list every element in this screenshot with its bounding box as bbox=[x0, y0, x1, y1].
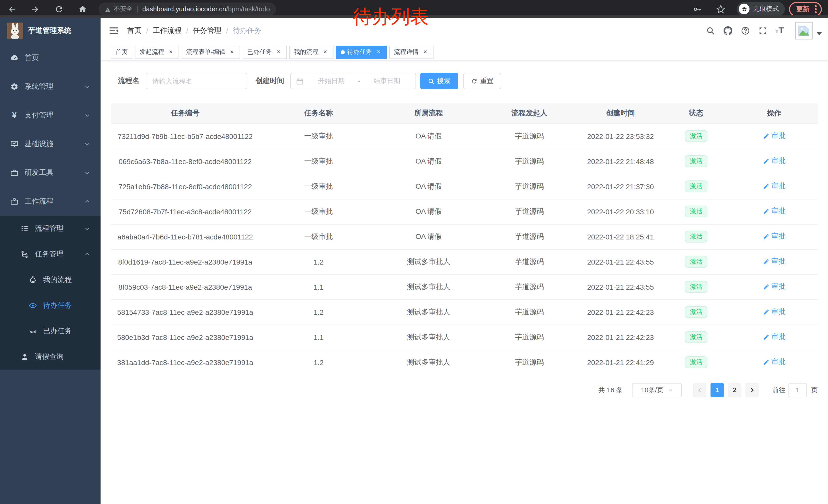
tag-my-process[interactable]: 我的流程× bbox=[289, 45, 333, 59]
page-2-button[interactable]: 2 bbox=[728, 383, 741, 397]
pencil-icon bbox=[762, 334, 769, 340]
help-icon[interactable] bbox=[741, 26, 750, 35]
close-icon[interactable]: × bbox=[422, 48, 429, 56]
page-size-select[interactable]: 10条/页 bbox=[632, 383, 682, 397]
avatar[interactable] bbox=[795, 22, 813, 40]
close-icon[interactable]: × bbox=[275, 48, 282, 56]
tag-home[interactable]: 首页 bbox=[111, 45, 132, 59]
tag-done-task[interactable]: 已办任务× bbox=[243, 45, 287, 59]
approve-link[interactable]: 审批 bbox=[762, 156, 786, 166]
sidebar-item-label: 支付管理 bbox=[25, 111, 53, 120]
tag-process-detail[interactable]: 流程详情× bbox=[389, 45, 433, 59]
caret-down-icon[interactable] bbox=[817, 32, 822, 35]
sidebar-item-pay[interactable]: ¥ 支付管理 bbox=[0, 101, 100, 130]
back-icon[interactable] bbox=[7, 4, 16, 13]
url-divider: | bbox=[136, 5, 138, 13]
incognito-icon bbox=[739, 4, 749, 14]
page-1-button[interactable]: 1 bbox=[710, 383, 724, 397]
table-row: 73211d9d-7b9b-11ec-b5b7-acde48001122一级审批… bbox=[111, 124, 818, 149]
reset-button[interactable]: 重置 bbox=[463, 73, 501, 89]
date-range-picker[interactable]: 开始日期 - 结束日期 bbox=[290, 73, 416, 89]
red-annotation: 待办列表 bbox=[353, 4, 429, 30]
pencil-icon bbox=[762, 183, 769, 190]
breadcrumb-item[interactable]: 工作流程 bbox=[153, 26, 181, 35]
browser-toolbar-right: 无痕模式 更新 bbox=[686, 2, 828, 16]
goto-suffix: 页 bbox=[811, 385, 818, 395]
gear-icon bbox=[10, 83, 18, 91]
approve-link[interactable]: 审批 bbox=[762, 257, 786, 266]
search-icon bbox=[428, 78, 434, 84]
sidebar-item-system[interactable]: 系统管理 bbox=[0, 72, 100, 101]
tag-start-process[interactable]: 发起流程× bbox=[135, 45, 179, 59]
tag-process-form-edit[interactable]: 流程表单-编辑× bbox=[181, 45, 240, 59]
app-title: 芋道管理系统 bbox=[28, 26, 71, 35]
col-create-time: 创建时间 bbox=[579, 103, 662, 124]
search-button[interactable]: 搜索 bbox=[420, 73, 458, 89]
approve-link[interactable]: 审批 bbox=[762, 132, 786, 141]
close-icon[interactable]: × bbox=[322, 48, 329, 56]
col-task-name: 任务名称 bbox=[259, 103, 378, 124]
sidebar-logo[interactable]: 芋道管理系统 bbox=[0, 18, 100, 44]
table-row: 58154733-7ac8-11ec-a9e2-a2380e71991a1.2测… bbox=[111, 300, 818, 325]
approve-link[interactable]: 审批 bbox=[762, 332, 786, 342]
approve-link[interactable]: 审批 bbox=[762, 207, 786, 216]
close-icon[interactable]: × bbox=[375, 48, 382, 56]
tree-icon bbox=[20, 250, 29, 259]
close-icon[interactable]: × bbox=[167, 48, 174, 56]
sidebar-item-done-task[interactable]: 已办任务 bbox=[0, 318, 100, 344]
breadcrumb-item[interactable]: 首页 bbox=[127, 26, 141, 35]
security-label: 不安全 bbox=[114, 5, 132, 13]
goto-page-input[interactable] bbox=[788, 383, 807, 397]
sidebar-collapse-icon[interactable] bbox=[109, 26, 119, 36]
approve-link[interactable]: 审批 bbox=[762, 358, 786, 367]
browser-update-button[interactable]: 更新 bbox=[789, 2, 822, 16]
sidebar-item-devtool[interactable]: 研发工具 bbox=[0, 158, 100, 187]
tag-todo-task[interactable]: 待办任务× bbox=[336, 45, 387, 59]
eye-closed-icon bbox=[29, 327, 37, 335]
table-row: 75d72608-7b7f-11ec-a3c8-acde48001122一级审批… bbox=[111, 199, 818, 224]
github-icon[interactable] bbox=[723, 26, 732, 35]
reload-icon[interactable] bbox=[54, 4, 64, 13]
status-badge: 激活 bbox=[685, 331, 707, 343]
pencil-icon bbox=[762, 133, 769, 139]
start-date-placeholder[interactable]: 开始日期 bbox=[308, 77, 355, 86]
approve-link[interactable]: 审批 bbox=[762, 307, 786, 317]
sidebar-item-my-process[interactable]: 我的流程 bbox=[0, 267, 100, 293]
breadcrumb-item[interactable]: 任务管理 bbox=[193, 26, 222, 35]
end-date-placeholder[interactable]: 结束日期 bbox=[363, 77, 410, 86]
browser-menu-icon[interactable] bbox=[815, 8, 817, 10]
bookmark-star-icon[interactable] bbox=[716, 4, 726, 13]
approve-link[interactable]: 审批 bbox=[762, 232, 786, 241]
fullscreen-icon[interactable] bbox=[758, 26, 767, 35]
yen-icon: ¥ bbox=[10, 111, 18, 120]
sidebar-item-leave-query[interactable]: 请假查询 bbox=[0, 344, 100, 370]
approve-link[interactable]: 审批 bbox=[762, 282, 786, 291]
not-secure-warning-icon bbox=[105, 6, 111, 12]
font-size-icon[interactable]: TT bbox=[776, 26, 784, 36]
app-window: 不安全 | dashboard.yudao.iocoder.cn/bpm/tas… bbox=[0, 0, 828, 504]
sidebar-item-workflow[interactable]: 工作流程 bbox=[0, 187, 100, 216]
forward-icon[interactable] bbox=[31, 4, 40, 13]
top-navbar: 首页 / 工作流程 / 任务管理 / 待办任务 TT bbox=[100, 18, 828, 44]
sidebar-item-label: 研发工具 bbox=[25, 168, 53, 177]
sidebar-item-task-manage[interactable]: 任务管理 bbox=[0, 241, 100, 267]
key-icon[interactable] bbox=[693, 4, 702, 13]
address-bar[interactable]: 不安全 | dashboard.yudao.iocoder.cn/bpm/tas… bbox=[98, 2, 276, 16]
next-page-button[interactable] bbox=[745, 383, 759, 397]
sidebar-item-todo-task[interactable]: 待办任务 bbox=[0, 293, 100, 318]
process-name-input[interactable] bbox=[146, 73, 247, 89]
create-time-label: 创建时间 bbox=[255, 77, 284, 86]
prev-page-button[interactable] bbox=[693, 383, 706, 397]
status-badge: 激活 bbox=[685, 181, 707, 192]
tags-view-bar: 首页 发起流程× 流程表单-编辑× 已办任务× 我的流程× 待办任务× 流程详情… bbox=[100, 44, 828, 61]
col-actions: 操作 bbox=[731, 103, 818, 124]
close-icon[interactable]: × bbox=[228, 48, 236, 56]
search-icon[interactable] bbox=[706, 26, 715, 35]
home-icon[interactable] bbox=[78, 4, 87, 13]
sidebar-item-infra[interactable]: 基础设施 bbox=[0, 130, 100, 158]
approve-link[interactable]: 审批 bbox=[762, 182, 786, 191]
sidebar-item-home[interactable]: 首页 bbox=[0, 44, 100, 72]
sidebar-item-process-manage[interactable]: 流程管理 bbox=[0, 216, 100, 241]
total-count: 共 16 条 bbox=[598, 385, 623, 395]
user-icon bbox=[20, 353, 29, 361]
